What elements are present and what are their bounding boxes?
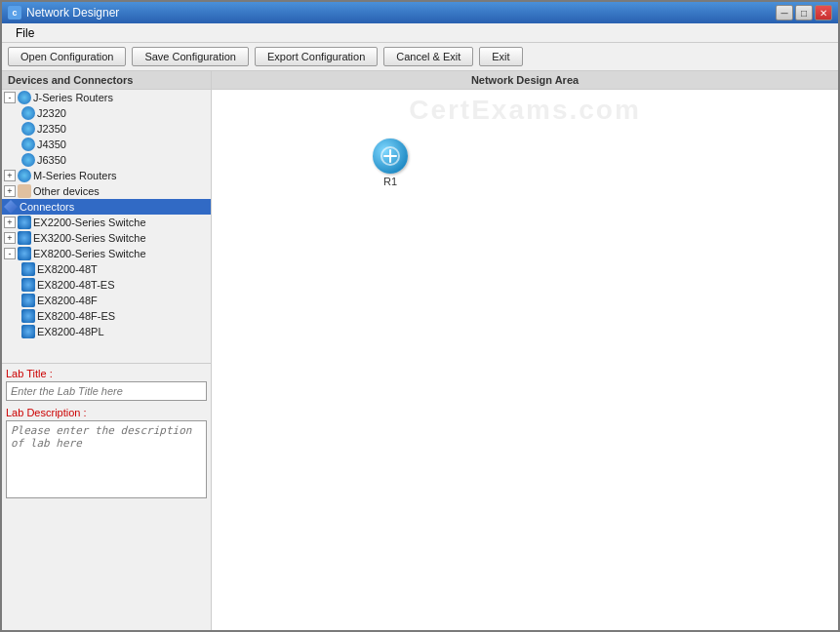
content-area: Devices and Connectors - J-Series Router… bbox=[2, 71, 838, 630]
expand-ex3200[interactable]: + bbox=[4, 232, 16, 244]
close-button[interactable]: ✕ bbox=[815, 5, 832, 20]
ex8200-48t-es-icon bbox=[21, 278, 35, 292]
file-menu[interactable]: File bbox=[10, 25, 40, 41]
j-series-label: J-Series Routers bbox=[33, 92, 113, 103]
open-config-button[interactable]: Open Configuration bbox=[8, 47, 126, 66]
expand-m-series[interactable]: + bbox=[4, 170, 16, 181]
network-design-area[interactable]: CertExams.com R1 bbox=[212, 90, 838, 627]
tree-item-ex8200-48t[interactable]: EX8200-48T bbox=[2, 261, 211, 277]
tree-item-j2350[interactable]: J2350 bbox=[2, 121, 211, 137]
expand-other-devices[interactable]: + bbox=[4, 185, 16, 197]
lab-title-label: Lab Title : bbox=[6, 368, 207, 379]
ex2200-label: EX2200-Series Switche bbox=[33, 217, 146, 228]
main-window: c Network Designer ─ □ ✕ File Open Confi… bbox=[0, 0, 840, 632]
r1-device-node[interactable]: R1 bbox=[373, 138, 408, 187]
exit-button[interactable]: Exit bbox=[479, 47, 522, 66]
tree-item-j2320[interactable]: J2320 bbox=[2, 105, 211, 121]
device-tree[interactable]: - J-Series Routers J2320 J235 bbox=[2, 90, 211, 363]
j6350-label: J6350 bbox=[37, 154, 66, 166]
ex2200-icon bbox=[18, 216, 31, 229]
title-bar-controls: ─ □ ✕ bbox=[776, 5, 832, 20]
tree-item-other-devices[interactable]: + Other devices bbox=[2, 183, 211, 199]
lab-title-input[interactable] bbox=[6, 381, 207, 401]
window-title: Network Designer bbox=[26, 6, 119, 20]
right-panel: Network Design Area CertExams.com R1 bbox=[212, 71, 838, 630]
tree-item-ex8200-48f[interactable]: EX8200-48F bbox=[2, 293, 211, 308]
tree-item-j-series[interactable]: - J-Series Routers bbox=[2, 90, 211, 105]
ex8200-48t-icon bbox=[21, 262, 35, 276]
tree-item-j4350[interactable]: J4350 bbox=[2, 137, 211, 152]
toolbar: Open Configuration Save Configuration Ex… bbox=[2, 43, 838, 71]
ex8200-icon bbox=[18, 247, 31, 260]
ex3200-label: EX3200-Series Switche bbox=[33, 232, 146, 244]
tree-item-ex8200[interactable]: - EX8200-Series Switche bbox=[2, 246, 211, 261]
lab-form: Lab Title : Lab Description : bbox=[2, 363, 211, 505]
j2350-label: J2350 bbox=[37, 123, 66, 135]
tree-item-connectors[interactable]: Connectors bbox=[2, 199, 211, 215]
ex8200-label: EX8200-Series Switche bbox=[33, 248, 146, 259]
r1-cross-vertical bbox=[389, 149, 391, 163]
tree-item-ex8200-48t-es[interactable]: EX8200-48T-ES bbox=[2, 277, 211, 293]
cancel-exit-button[interactable]: Cancel & Exit bbox=[383, 47, 473, 66]
j6350-icon bbox=[21, 153, 35, 167]
j2320-icon bbox=[21, 106, 35, 120]
r1-label: R1 bbox=[383, 176, 397, 187]
r1-device-inner bbox=[380, 146, 400, 166]
expand-ex8200[interactable]: - bbox=[4, 248, 16, 259]
export-config-button[interactable]: Export Configuration bbox=[255, 47, 378, 66]
j2320-label: J2320 bbox=[37, 107, 66, 119]
j4350-label: J4350 bbox=[37, 138, 66, 150]
maximize-button[interactable]: □ bbox=[795, 5, 813, 20]
ex8200-48f-label: EX8200-48F bbox=[37, 295, 98, 306]
left-panel: Devices and Connectors - J-Series Router… bbox=[2, 71, 212, 630]
ex8200-48t-label: EX8200-48T bbox=[37, 263, 98, 275]
tree-item-j6350[interactable]: J6350 bbox=[2, 152, 211, 168]
ex8200-48f-es-icon bbox=[21, 309, 35, 323]
ex8200-48f-es-label: EX8200-48F-ES bbox=[37, 310, 115, 322]
other-devices-icon bbox=[18, 184, 31, 198]
minimize-button[interactable]: ─ bbox=[776, 5, 793, 20]
title-bar-left: c Network Designer bbox=[8, 6, 119, 20]
design-area-header: Network Design Area bbox=[212, 71, 838, 90]
expand-j-series[interactable]: - bbox=[4, 92, 16, 103]
title-bar: c Network Designer ─ □ ✕ bbox=[2, 2, 838, 23]
tree-item-ex2200[interactable]: + EX2200-Series Switche bbox=[2, 215, 211, 230]
expand-ex2200[interactable]: + bbox=[4, 217, 16, 228]
ex8200-48t-es-label: EX8200-48T-ES bbox=[37, 279, 115, 291]
tree-item-ex3200[interactable]: + EX3200-Series Switche bbox=[2, 230, 211, 246]
save-config-button[interactable]: Save Configuration bbox=[132, 47, 249, 66]
other-devices-label: Other devices bbox=[33, 185, 100, 197]
j4350-icon bbox=[21, 138, 35, 151]
watermark: CertExams.com bbox=[212, 90, 838, 126]
lab-desc-label: Lab Description : bbox=[6, 407, 207, 418]
ex8200-48pl-label: EX8200-48PL bbox=[37, 326, 104, 337]
ex8200-48f-icon bbox=[21, 294, 35, 307]
connectors-label: Connectors bbox=[20, 201, 74, 213]
j2350-icon bbox=[21, 122, 35, 136]
ex8200-48pl-icon bbox=[21, 325, 35, 338]
j-series-icon bbox=[18, 91, 31, 104]
m-series-icon bbox=[18, 169, 31, 182]
m-series-label: M-Series Routers bbox=[33, 170, 117, 181]
ex3200-icon bbox=[18, 231, 31, 245]
r1-device-icon bbox=[373, 138, 408, 174]
devices-connectors-header: Devices and Connectors bbox=[2, 71, 211, 90]
tree-item-ex8200-48pl[interactable]: EX8200-48PL bbox=[2, 324, 211, 339]
menu-bar: File bbox=[2, 23, 838, 43]
app-icon: c bbox=[8, 6, 21, 20]
tree-item-m-series[interactable]: + M-Series Routers bbox=[2, 168, 211, 183]
lab-desc-textarea[interactable] bbox=[6, 420, 207, 498]
connectors-icon bbox=[4, 200, 18, 214]
tree-item-ex8200-48f-es[interactable]: EX8200-48F-ES bbox=[2, 308, 211, 324]
